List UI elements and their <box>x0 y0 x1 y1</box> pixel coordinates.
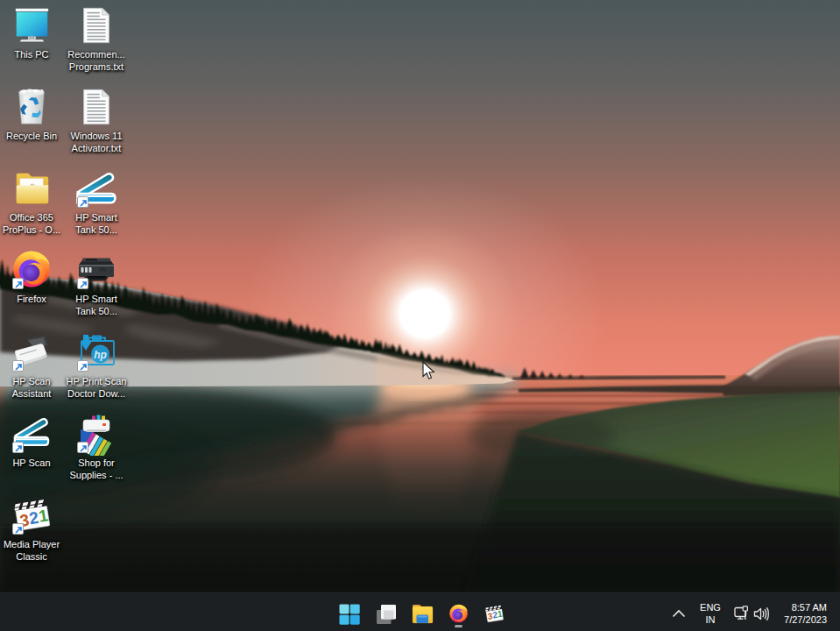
svg-text:1: 1 <box>37 506 49 525</box>
svg-text:hp: hp <box>94 349 107 361</box>
